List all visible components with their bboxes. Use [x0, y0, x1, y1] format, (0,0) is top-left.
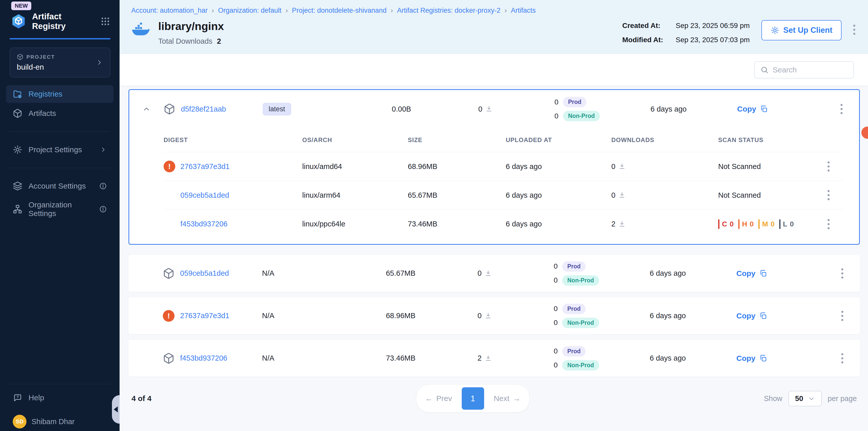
prod-count: 0	[552, 305, 558, 313]
digest-table-header: DIGEST OS/ARCH SIZE UPLOADED AT DOWNLOAD…	[163, 128, 844, 152]
copy-label: Copy	[737, 354, 755, 363]
project-selector[interactable]: PROJECT build-en	[10, 47, 111, 77]
digest-uploaded: 6 days ago	[506, 191, 611, 199]
gear-icon	[771, 26, 779, 35]
digest-uploaded: 6 days ago	[506, 220, 611, 228]
artifact-card: 059ceb5a1ded N/A 65.67MB 0 0 Prod	[128, 255, 860, 292]
nonprod-badge: Non-Prod	[562, 318, 599, 328]
environment-counts: 0 Prod 0 Non-Prod	[527, 261, 626, 286]
tag-badge: latest	[263, 103, 291, 115]
environment-counts: 0 Prod 0 Non-Prod	[527, 346, 626, 370]
total-downloads-label: Total Downloads	[158, 37, 212, 45]
digest-row: f453bd937206 linux/ppc64le 73.46MB 6 day…	[163, 210, 844, 238]
collapse-row-chevron-icon[interactable]	[129, 105, 163, 113]
app-title: Artifact Registry	[32, 12, 95, 31]
artifact-downloads: 2	[477, 354, 482, 362]
artifact-digest-link[interactable]: 059ceb5a1ded	[180, 269, 229, 277]
environment-counts: 0 Prod 0 Non-Prod	[527, 304, 626, 328]
artifact-digest-link[interactable]: 27637a97e3d1	[180, 311, 229, 320]
digest-link[interactable]: 059ceb5a1ded	[180, 191, 229, 199]
user-name: Shibam Dhar	[32, 418, 74, 426]
user-profile[interactable]: SD Shibam Dhar	[0, 408, 120, 431]
copy-label: Copy	[737, 311, 755, 320]
artifact-downloads: 0	[477, 311, 482, 320]
sidebar-item-registries[interactable]: Registries	[6, 85, 114, 103]
scan-status: Not Scanned	[718, 162, 828, 171]
sidebar-accent-rule	[10, 38, 111, 39]
breadcrumb-project[interactable]: Project: donotdelete-shivanand	[292, 7, 386, 14]
col-uploaded-at: UPLOADED AT	[506, 136, 611, 143]
digest-link[interactable]: f453bd937206	[180, 220, 227, 228]
chevron-down-icon	[808, 395, 815, 402]
scan-critical-chip: C 0	[718, 219, 734, 229]
row-kebab-menu-icon[interactable]	[841, 268, 843, 278]
prod-badge: Prod	[562, 304, 586, 314]
sidebar-item-label: Registries	[29, 90, 107, 98]
modified-at-value: Sep 23, 2025 07:03 pm	[676, 36, 750, 44]
artifact-list: d5f28ef21aab latest 0.00B 0 0 Prod	[120, 86, 868, 431]
copy-pull-command-button[interactable]: Copy	[711, 105, 795, 113]
next-page-button[interactable]: Next →	[494, 394, 521, 403]
breadcrumb-artifacts[interactable]: Artifacts	[511, 7, 536, 14]
sidebar-item-label: Organization Settings	[29, 200, 93, 218]
total-downloads-value: 2	[217, 37, 221, 45]
row-kebab-menu-icon[interactable]	[841, 353, 843, 363]
prev-page-button[interactable]: ← Prev	[425, 394, 452, 403]
gear-icon	[13, 145, 22, 155]
copy-label: Copy	[737, 269, 755, 278]
artifact-digest-link[interactable]: d5f28ef21aab	[181, 105, 226, 113]
artifact-size: 68.96MB	[359, 311, 443, 320]
sidebar-item-account-settings[interactable]: Account Settings	[6, 177, 114, 195]
digest-kebab-menu-icon[interactable]	[828, 219, 830, 229]
page-1-button[interactable]: 1	[462, 387, 484, 410]
package-icon	[163, 103, 175, 115]
info-icon[interactable]	[99, 205, 107, 213]
scan-medium-chip: M 0	[758, 219, 775, 229]
main-area: Account: automation_har › Organization: …	[120, 0, 868, 431]
chevron-right-icon	[100, 146, 107, 153]
set-up-client-button[interactable]: Set Up Client	[762, 20, 841, 40]
breadcrumb-separator: ›	[212, 7, 214, 14]
copy-pull-command-button[interactable]: Copy	[710, 269, 794, 278]
page-size-value: 50	[795, 394, 803, 403]
sidebar-item-organization-settings[interactable]: Organization Settings	[6, 196, 114, 222]
uploaded-at: 6 days ago	[627, 105, 711, 113]
artifact-registry-logo-icon	[11, 13, 27, 29]
sidebar-item-artifacts[interactable]: Artifacts	[6, 104, 114, 122]
copy-pull-command-button[interactable]: Copy	[710, 311, 794, 320]
artifact-meta: Created At: Sep 23, 2025 06:59 pm Modifi…	[622, 22, 750, 44]
row-kebab-menu-icon[interactable]	[840, 104, 843, 114]
breadcrumb-organization[interactable]: Organization: default	[218, 7, 281, 14]
page-size-select[interactable]: 50	[788, 391, 822, 406]
artifact-downloads: 0	[477, 269, 482, 277]
search-input[interactable]	[773, 66, 848, 74]
col-digest: DIGEST	[163, 136, 302, 143]
row-kebab-menu-icon[interactable]	[841, 311, 843, 321]
header-kebab-menu-icon[interactable]	[853, 25, 855, 35]
breadcrumb-registry[interactable]: Artifact Registries: docker-proxy-2	[397, 7, 501, 14]
sidebar-item-project-settings[interactable]: Project Settings	[6, 141, 114, 159]
nonprod-count: 0	[552, 361, 558, 369]
apps-grid-icon[interactable]	[100, 16, 111, 26]
artifact-digest-link[interactable]: f453bd937206	[180, 354, 227, 362]
modified-at-label: Modified At:	[622, 36, 676, 44]
table-row: 059ceb5a1ded N/A 65.67MB 0 0 Prod	[128, 255, 860, 292]
nonprod-count: 0	[552, 276, 558, 285]
copy-pull-command-button[interactable]: Copy	[710, 354, 794, 363]
digest-downloads: 0	[611, 191, 615, 199]
search-box[interactable]	[754, 61, 854, 78]
info-icon[interactable]	[99, 182, 107, 190]
created-at-value: Sep 23, 2025 06:59 pm	[676, 22, 750, 30]
sidebar-collapse-handle[interactable]	[112, 395, 120, 424]
sidebar-item-label: Help	[29, 393, 107, 402]
digest-kebab-menu-icon[interactable]	[828, 161, 830, 171]
sidebar-item-help[interactable]: ? Help	[6, 389, 114, 407]
registries-folder-icon	[13, 89, 22, 99]
digest-link[interactable]: 27637a97e3d1	[180, 162, 230, 171]
artifact-size: 73.46MB	[359, 354, 443, 362]
per-page-label: per page	[828, 394, 857, 403]
download-icon	[618, 192, 626, 199]
digest-kebab-menu-icon[interactable]	[828, 190, 830, 200]
breadcrumb-account[interactable]: Account: automation_har	[131, 7, 208, 14]
project-cube-icon	[17, 54, 23, 60]
